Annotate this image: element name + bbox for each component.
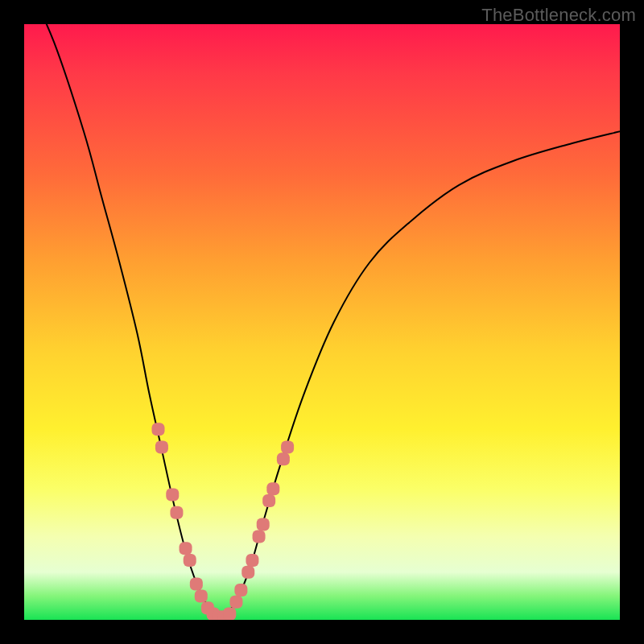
- curve-svg: [24, 24, 620, 620]
- data-marker: [218, 610, 231, 620]
- watermark-text: TheBottleneck.com: [481, 5, 636, 26]
- data-marker: [170, 506, 183, 519]
- data-marker: [253, 530, 266, 543]
- data-marker: [281, 440, 294, 453]
- data-marker: [152, 423, 165, 436]
- marker-layer: [152, 423, 295, 620]
- data-marker: [234, 584, 247, 597]
- curve-layer: [24, 24, 620, 617]
- bottleneck-curve: [24, 24, 620, 617]
- data-marker: [242, 566, 254, 579]
- data-marker: [262, 494, 275, 507]
- data-marker: [223, 608, 236, 620]
- data-marker: [184, 554, 196, 567]
- data-marker: [166, 489, 179, 502]
- data-marker: [257, 518, 270, 531]
- data-marker: [277, 452, 290, 465]
- data-marker: [266, 482, 279, 495]
- data-marker: [180, 542, 192, 555]
- data-marker: [207, 608, 220, 620]
- data-marker: [190, 578, 203, 591]
- data-marker: [212, 610, 225, 620]
- plot-area: [24, 24, 620, 620]
- data-marker: [195, 589, 208, 602]
- data-marker: [201, 601, 214, 614]
- outer-frame: TheBottleneck.com: [0, 0, 644, 644]
- data-marker: [246, 554, 258, 567]
- data-marker: [155, 440, 168, 453]
- data-marker: [229, 596, 242, 609]
